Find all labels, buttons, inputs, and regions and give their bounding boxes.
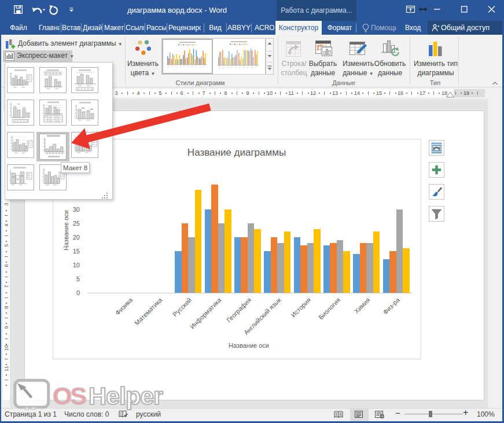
svg-text:Helper: Helper — [89, 382, 163, 410]
svg-text:OS: OS — [53, 382, 86, 410]
